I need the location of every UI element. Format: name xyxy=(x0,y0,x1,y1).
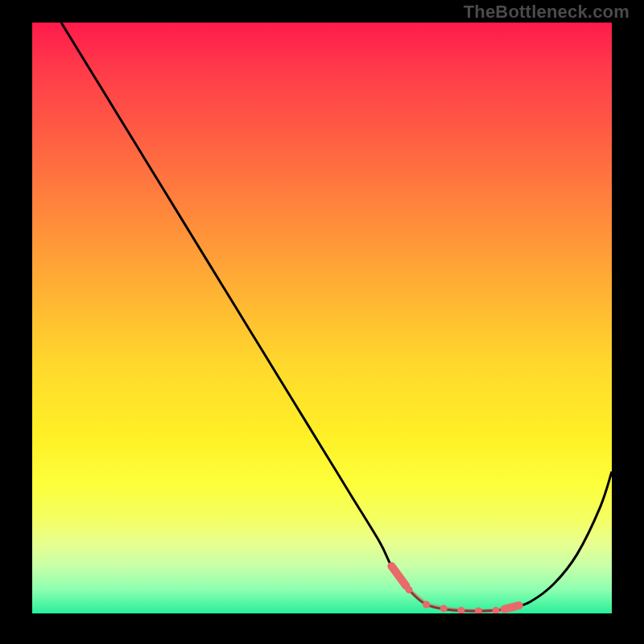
chart-container: TheBottleneck.com xyxy=(0,0,644,644)
watermark-text: TheBottleneck.com xyxy=(464,2,630,23)
plot-area xyxy=(32,23,612,613)
marker-connector xyxy=(461,610,479,611)
bottleneck-curve xyxy=(61,23,612,611)
marker-connector xyxy=(478,610,496,611)
marker-connector xyxy=(427,605,444,609)
marker-connector xyxy=(391,566,409,589)
marker-connector xyxy=(409,590,427,605)
bottleneck-chart xyxy=(32,23,612,613)
highlight-markers xyxy=(388,563,519,613)
marker-connector xyxy=(444,609,461,610)
